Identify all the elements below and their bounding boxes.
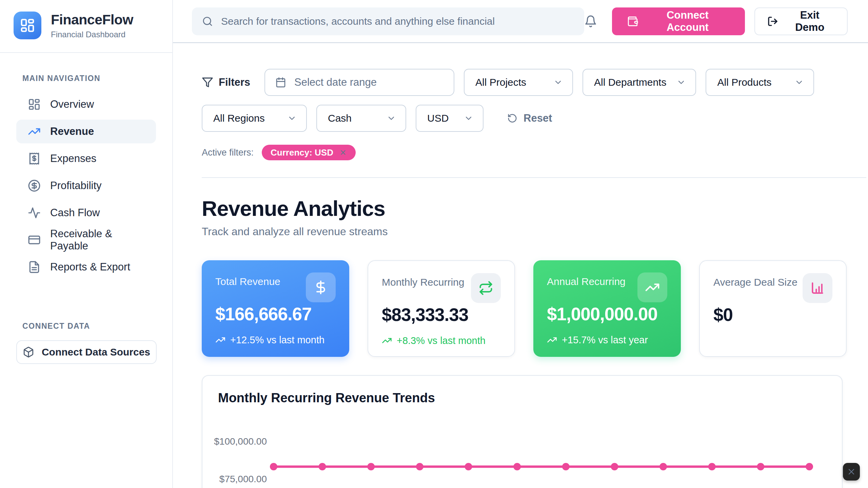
trending-up-icon bbox=[382, 336, 392, 346]
filter-select-usd[interactable]: USD bbox=[416, 105, 484, 132]
close-button[interactable] bbox=[843, 463, 860, 481]
kpi-card-total-revenue: Total Revenue$166,666.67+12.5% vs last m… bbox=[202, 260, 349, 357]
brand-subtitle: Financial Dashboard bbox=[51, 30, 133, 39]
sidebar-item-cash-flow[interactable]: Cash Flow bbox=[16, 201, 156, 225]
sidebar-item-label: Reports & Export bbox=[50, 261, 130, 273]
main-column: Connect Account Exit Demo Filters All Pr… bbox=[173, 0, 868, 488]
trending-up-icon bbox=[547, 335, 557, 345]
dollar-icon bbox=[306, 272, 336, 302]
date-range-picker[interactable] bbox=[264, 69, 454, 96]
sidebar: FinanceFlow Financial Dashboard MAIN NAV… bbox=[0, 0, 173, 488]
sidebar-item-profitability[interactable]: Profitability bbox=[16, 174, 156, 198]
selects-row-1: All ProjectsAll DepartmentsAll Products bbox=[464, 69, 814, 96]
page-title: Revenue Analytics bbox=[202, 196, 851, 221]
filters-label: Filters bbox=[219, 76, 250, 88]
app-root: FinanceFlow Financial Dashboard MAIN NAV… bbox=[0, 0, 868, 488]
search-box[interactable] bbox=[192, 7, 584, 35]
connect-account-button[interactable]: Connect Account bbox=[612, 7, 745, 35]
kpi-label: Total Revenue bbox=[215, 276, 280, 287]
brand-text: FinanceFlow Financial Dashboard bbox=[51, 12, 133, 39]
topbar: Connect Account Exit Demo bbox=[173, 0, 868, 43]
sidebar-item-label: Expenses bbox=[50, 152, 96, 165]
credit-card-icon bbox=[28, 233, 41, 246]
filter-select-all-regions[interactable]: All Regions bbox=[202, 105, 307, 132]
trending-up-icon bbox=[215, 335, 225, 345]
connect-data-sources-button[interactable]: Connect Data Sources bbox=[16, 340, 157, 364]
brand-name: FinanceFlow bbox=[51, 12, 133, 28]
kpi-label: Monthly Recurring bbox=[382, 277, 464, 288]
notifications-button[interactable] bbox=[584, 15, 597, 28]
sidebar-item-label: Overview bbox=[50, 98, 94, 110]
selects-row-2: All RegionsCashUSD bbox=[202, 105, 484, 132]
chevron-down-icon bbox=[387, 114, 396, 123]
chart-plot bbox=[202, 376, 843, 488]
cube-icon bbox=[23, 346, 34, 358]
kpi-label: Annual Recurring bbox=[547, 276, 626, 287]
repeat-icon bbox=[471, 273, 501, 303]
filter-select-all-projects[interactable]: All Projects bbox=[464, 69, 573, 96]
select-value: All Products bbox=[717, 77, 771, 88]
exit-demo-button[interactable]: Exit Demo bbox=[754, 7, 848, 35]
rotate-ccw-icon bbox=[507, 113, 517, 123]
search-input[interactable] bbox=[221, 16, 574, 27]
select-value: USD bbox=[427, 113, 449, 124]
kpi-change: +15.7% vs last year bbox=[547, 334, 667, 346]
sidebar-item-label: Revenue bbox=[50, 125, 94, 138]
connect-account-label: Connect Account bbox=[645, 9, 730, 34]
activity-icon bbox=[28, 206, 41, 219]
reset-filters-button[interactable]: Reset bbox=[507, 112, 552, 124]
active-filters-label: Active filters: bbox=[202, 147, 254, 158]
sidebar-item-reports-export[interactable]: Reports & Export bbox=[16, 255, 156, 279]
sidebar-item-receivable-payable[interactable]: Receivable & Payable bbox=[16, 228, 156, 252]
filters-row-2: All RegionsCashUSD Reset bbox=[202, 105, 851, 132]
exit-demo-label: Exit Demo bbox=[785, 9, 835, 34]
remove-filter-x-icon[interactable] bbox=[339, 149, 347, 156]
date-range-input[interactable] bbox=[294, 76, 443, 88]
filter-select-all-products[interactable]: All Products bbox=[706, 69, 814, 96]
section-divider bbox=[202, 177, 866, 178]
filter-funnel-icon bbox=[202, 77, 213, 88]
chevron-down-icon bbox=[794, 78, 804, 87]
select-value: All Regions bbox=[213, 113, 265, 124]
kpi-cards-row: Total Revenue$166,666.67+12.5% vs last m… bbox=[202, 260, 851, 357]
chevron-down-icon bbox=[287, 114, 297, 123]
circle-dollar-icon bbox=[28, 179, 41, 192]
chevron-down-icon bbox=[464, 114, 473, 123]
search-icon bbox=[202, 16, 213, 27]
kpi-change: +12.5% vs last month bbox=[215, 334, 336, 346]
bell-icon bbox=[584, 15, 597, 28]
log-out-icon bbox=[767, 16, 778, 27]
kpi-change: +8.3% vs last month bbox=[382, 334, 501, 347]
sidebar-item-overview[interactable]: Overview bbox=[16, 93, 156, 116]
filter-select-all-departments[interactable]: All Departments bbox=[583, 69, 696, 96]
calendar-icon bbox=[275, 77, 286, 88]
kpi-value: $1,000,000.00 bbox=[547, 304, 667, 324]
kpi-change-label: +15.7% vs last year bbox=[562, 334, 648, 346]
active-filters-row: Active filters: Currency: USD bbox=[202, 145, 851, 160]
kpi-value: $0 bbox=[713, 304, 832, 325]
chevron-down-icon bbox=[676, 78, 686, 87]
chart-card: Monthly Recurring Revenue Trends $100,00… bbox=[202, 375, 843, 488]
kpi-card-monthly-recurring: Monthly Recurring$83,333.33+8.3% vs last… bbox=[368, 260, 515, 357]
brand: FinanceFlow Financial Dashboard bbox=[0, 0, 172, 53]
select-value: All Projects bbox=[475, 77, 526, 88]
file-text-icon bbox=[28, 261, 41, 273]
sidebar-item-label: Receivable & Payable bbox=[50, 228, 144, 252]
kpi-value: $83,333.33 bbox=[382, 304, 501, 325]
filters-title: Filters bbox=[202, 76, 250, 88]
active-filter-chip-label: Currency: USD bbox=[271, 147, 333, 158]
kpi-change-label: +8.3% vs last month bbox=[397, 334, 486, 347]
content: Filters All ProjectsAll DepartmentsAll P… bbox=[173, 43, 868, 488]
chevron-down-icon bbox=[553, 78, 563, 87]
main-navigation: OverviewRevenueExpensesProfitabilityCash… bbox=[0, 93, 172, 279]
page-subtitle: Track and analyze all revenue streams bbox=[202, 225, 851, 238]
sidebar-item-expenses[interactable]: Expenses bbox=[16, 147, 156, 170]
reset-label: Reset bbox=[524, 112, 552, 124]
connect-data-sources-label: Connect Data Sources bbox=[42, 346, 150, 358]
active-filter-chip-currency[interactable]: Currency: USD bbox=[262, 145, 356, 160]
sidebar-item-revenue[interactable]: Revenue bbox=[16, 120, 156, 143]
filter-select-cash[interactable]: Cash bbox=[316, 105, 406, 132]
receipt-icon bbox=[28, 152, 41, 165]
kpi-value: $166,666.67 bbox=[215, 304, 336, 324]
connect-data-label: CONNECT DATA bbox=[0, 322, 172, 331]
